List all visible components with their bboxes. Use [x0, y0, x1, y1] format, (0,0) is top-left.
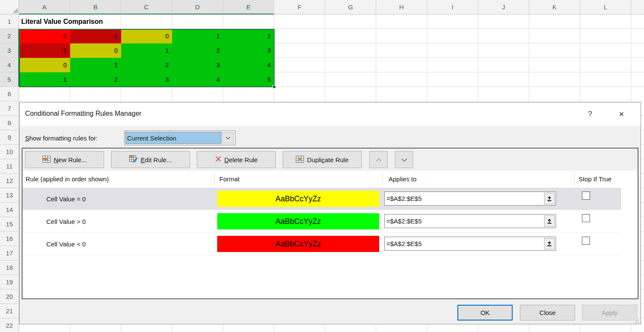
applies-to-input[interactable] — [385, 237, 543, 250]
cell-C2[interactable]: 0 — [121, 29, 172, 43]
close-button[interactable]: Close — [520, 305, 575, 321]
row-header-8[interactable]: 8 — [0, 116, 19, 130]
row-header-14[interactable]: 14 — [0, 203, 19, 217]
cell-F4[interactable] — [274, 58, 325, 72]
cell-J2[interactable] — [478, 29, 529, 43]
cell-E4[interactable]: 4 — [223, 58, 274, 72]
cell-B5[interactable]: 2 — [70, 72, 121, 87]
cell-C1[interactable] — [121, 14, 172, 29]
cell-J3[interactable] — [478, 43, 529, 58]
cell-K4[interactable] — [529, 58, 580, 72]
cell-E5[interactable]: 5 — [223, 72, 274, 87]
cell-I3[interactable] — [427, 43, 478, 58]
cell-I1[interactable] — [427, 14, 478, 29]
cell-J5[interactable] — [478, 72, 529, 87]
cell-F3[interactable] — [274, 43, 325, 58]
cell-K5[interactable] — [529, 72, 580, 87]
fill-handle[interactable] — [272, 85, 276, 89]
row-header-18[interactable]: 18 — [0, 260, 19, 275]
cell-H5[interactable] — [376, 72, 427, 87]
row-header-20[interactable]: 20 — [0, 289, 19, 304]
cell-D2[interactable]: 1 — [172, 29, 223, 43]
cell-G1[interactable] — [325, 14, 376, 29]
cell-F1[interactable] — [274, 14, 325, 29]
cell-G4[interactable] — [325, 58, 376, 72]
row-header-4[interactable]: 4 — [0, 58, 19, 72]
row-header-10[interactable]: 10 — [0, 145, 19, 159]
cell-B3[interactable]: 0 — [70, 43, 121, 58]
row-header-5[interactable]: 5 — [0, 72, 19, 87]
cell-A3[interactable]: -1 — [19, 43, 70, 58]
cell-C6[interactable] — [121, 87, 172, 101]
cell-G3[interactable] — [325, 43, 376, 58]
cell-E1[interactable] — [223, 14, 274, 29]
col-header-E[interactable]: E — [223, 0, 274, 14]
cell-L4[interactable] — [580, 58, 631, 72]
cell-L3[interactable] — [580, 43, 631, 58]
col-header-A[interactable]: A — [19, 0, 70, 14]
cell-C3[interactable]: 1 — [121, 43, 172, 58]
row-header-22[interactable]: 22 — [0, 318, 19, 332]
cell-G2[interactable] — [325, 29, 376, 43]
row-header-19[interactable]: 19 — [0, 275, 19, 289]
resize-grip[interactable] — [634, 318, 639, 323]
cell-J1[interactable] — [478, 14, 529, 29]
cell-A5[interactable]: 1 — [19, 72, 70, 87]
cell-A4[interactable]: 0 — [19, 58, 70, 72]
col-header-I[interactable]: I — [427, 0, 478, 14]
cell-K2[interactable] — [529, 29, 580, 43]
cell-J4[interactable] — [478, 58, 529, 72]
row-header-13[interactable]: 13 — [0, 188, 19, 203]
col-header-D[interactable]: D — [172, 0, 223, 14]
cell-E3[interactable]: 3 — [223, 43, 274, 58]
rule-row[interactable]: Cell Value < 0AaBbCcYyZz — [23, 233, 621, 255]
range-picker-button[interactable] — [544, 238, 555, 249]
stop-if-true-checkbox[interactable] — [582, 214, 590, 222]
cell-K1[interactable] — [529, 14, 580, 29]
select-all-corner[interactable] — [0, 0, 19, 14]
cell-A1[interactable]: Literal Value Comparison — [19, 14, 70, 29]
cell-H2[interactable] — [376, 29, 427, 43]
col-header-B[interactable]: B — [70, 0, 121, 14]
cell-E2[interactable]: 2 — [223, 29, 274, 43]
cell-B2[interactable]: -1 — [70, 29, 121, 43]
cell-D6[interactable] — [172, 87, 223, 101]
cell-C5[interactable]: 3 — [121, 72, 172, 87]
cell-F6[interactable] — [274, 87, 325, 101]
cell-I5[interactable] — [427, 72, 478, 87]
cell-A6[interactable] — [19, 87, 70, 101]
row-header-17[interactable]: 17 — [0, 246, 19, 260]
cell-D5[interactable]: 4 — [172, 72, 223, 87]
range-picker-button[interactable] — [544, 193, 555, 204]
cell-I2[interactable] — [427, 29, 478, 43]
applies-to-input[interactable] — [385, 215, 543, 228]
cell-H4[interactable] — [376, 58, 427, 72]
cell-D1[interactable] — [172, 14, 223, 29]
cell-L1[interactable] — [580, 14, 631, 29]
cell-A2[interactable]: -2 — [19, 29, 70, 43]
col-header-C[interactable]: C — [121, 0, 172, 14]
cell-J6[interactable] — [478, 87, 529, 101]
ok-button[interactable]: OK — [457, 305, 513, 321]
applies-to-input[interactable] — [385, 192, 543, 205]
row-header-1[interactable]: 1 — [0, 14, 19, 29]
row-header-12[interactable]: 12 — [0, 174, 19, 188]
cell-I6[interactable] — [427, 87, 478, 101]
row-header-6[interactable]: 6 — [0, 87, 19, 101]
row-header-7[interactable]: 7 — [0, 101, 19, 116]
apply-button[interactable]: Apply — [582, 305, 637, 321]
stop-if-true-checkbox[interactable] — [582, 237, 590, 245]
cell-F2[interactable] — [274, 29, 325, 43]
row-header-9[interactable]: 9 — [0, 130, 19, 145]
cell-G6[interactable] — [325, 87, 376, 101]
col-header-J[interactable]: J — [478, 0, 529, 14]
cell-K6[interactable] — [529, 87, 580, 101]
cell-L5[interactable] — [580, 72, 631, 87]
row-header-21[interactable]: 21 — [0, 304, 19, 318]
row-header-15[interactable]: 15 — [0, 217, 19, 232]
cell-E6[interactable] — [223, 87, 274, 101]
row-header-11[interactable]: 11 — [0, 159, 19, 174]
row-header-3[interactable]: 3 — [0, 43, 19, 58]
col-header-K[interactable]: K — [529, 0, 580, 14]
cell-H3[interactable] — [376, 43, 427, 58]
